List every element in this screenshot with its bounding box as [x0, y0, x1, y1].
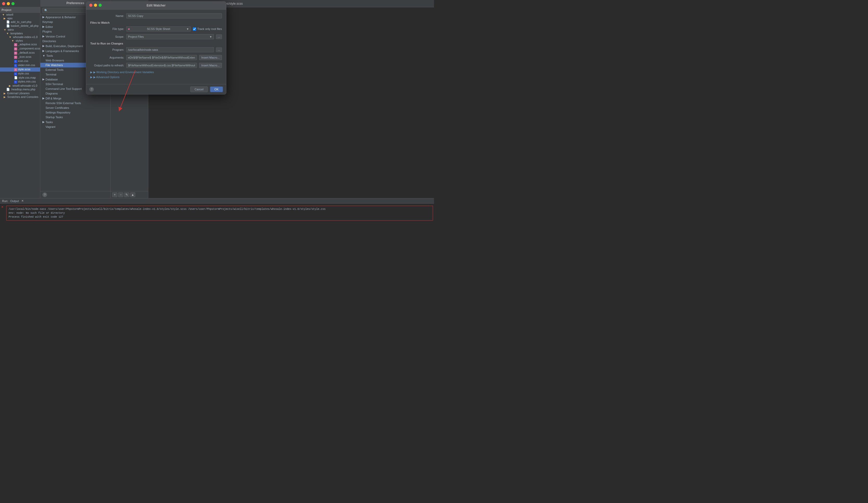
tree-item-icon-scss[interactable]: S _icon.scss — [0, 55, 40, 59]
prefs-item-server-certs[interactable]: Server Certificates — [40, 105, 110, 110]
tree-item-icon-css[interactable]: C icon.css — [0, 59, 40, 63]
expand-icon: ▶ — [42, 25, 44, 28]
track-only-root-checkbox[interactable] — [193, 27, 196, 31]
working-dir-section[interactable]: ▶ ▶ Working Directory and Environment Va… — [90, 71, 222, 74]
dialog-minimize-button[interactable] — [94, 4, 97, 7]
run-panel: Run: Output ✕ ✕ /usr/local/bin/node-sass… — [0, 198, 434, 252]
tree-item-default[interactable]: S _default.scss — [0, 51, 40, 55]
tree-item-style-scss[interactable]: S style.scss — [0, 68, 40, 72]
project-panel-header: Project — [0, 7, 40, 13]
scope-label: Scope: — [90, 35, 124, 38]
files-to-watch-section-title: Files to Watch — [90, 21, 222, 24]
cancel-button[interactable]: Cancel — [190, 87, 208, 92]
window-controls[interactable] — [2, 2, 14, 5]
scss-icon: S — [14, 47, 17, 51]
scss-icon: S — [14, 52, 17, 55]
tree-item-styles-min[interactable]: C styles.min.css — [0, 80, 40, 84]
close-output-button[interactable]: ✕ — [21, 199, 24, 203]
expand-icon: ▶ — [42, 44, 44, 48]
name-label: Name: — [90, 14, 124, 18]
output-line-2: env: node: No such file or directory — [9, 211, 431, 215]
ok-button[interactable]: OK — [210, 87, 223, 92]
move-up-button[interactable]: ▲ — [130, 192, 135, 197]
prefs-item-tasks[interactable]: ▶ Tasks — [40, 120, 110, 124]
tree-item-style-css[interactable]: C style.css — [0, 72, 40, 76]
output-tab[interactable]: Output — [10, 199, 19, 203]
output-insert-macro-button[interactable]: Insert Macro... — [199, 63, 222, 68]
edit-watcher-title: Edit Watcher — [147, 4, 166, 7]
expand-icon: ▼ — [42, 54, 45, 57]
file-type-label: File type: — [90, 27, 124, 30]
program-input[interactable] — [126, 47, 214, 52]
arguments-input[interactable] — [126, 55, 197, 60]
scope-dropdown-button[interactable]: ▼ — [209, 36, 212, 38]
file-type-dropdown[interactable]: ■ SCSS Style Sheet ▼ — [126, 26, 191, 31]
output-line-4: Process finished with exit code 127 — [9, 215, 431, 219]
file-type-dropdown-button[interactable]: ▼ — [186, 28, 189, 30]
advanced-options-section[interactable]: ▶ ▶ Advanced Options — [90, 76, 222, 79]
arguments-insert-macro-button[interactable]: Insert Macro... — [199, 55, 222, 60]
prefs-item-vagrant[interactable]: Vagrant — [40, 124, 110, 129]
program-label: Program: — [90, 48, 124, 51]
expand-icon: ▶ — [42, 97, 44, 100]
name-input[interactable] — [126, 13, 222, 19]
program-row: Program: ... — [90, 47, 222, 52]
folder-icon: ▶ — [4, 17, 6, 20]
error-icon: ✕ — [1, 205, 4, 209]
edit-watcher-button[interactable]: ✎ — [124, 192, 129, 197]
prefs-item-settings-repo[interactable]: Settings Repository — [40, 110, 110, 115]
folder-icon: ▼ — [9, 36, 11, 39]
css-icon: C — [14, 80, 17, 83]
tree-item-adaptive[interactable]: S _adaptive.scss — [0, 42, 40, 47]
project-label: Project — [2, 8, 11, 11]
output-paths-input[interactable] — [126, 63, 197, 68]
arguments-label: Arguments: — [90, 56, 124, 59]
remove-watcher-button[interactable]: − — [118, 192, 123, 197]
tree-item-wisell[interactable]: ▼ wisell — [0, 13, 40, 17]
tree-item-ext-libs[interactable]: ▶ External Libraries — [0, 91, 40, 95]
run-panel-body: ✕ /usr/local/bin/node-sass /Users/user/P… — [0, 204, 434, 251]
tree-item-bitrix[interactable]: ▼ bitrix — [0, 28, 40, 31]
expand-icon: ▶ — [42, 16, 44, 19]
preferences-help-button[interactable]: ? — [42, 192, 47, 197]
tree-item-add-cart[interactable]: 📄 add_to_cart.php — [0, 20, 40, 24]
track-only-root-label[interactable]: Track only root files — [193, 27, 222, 31]
expand-icon: ▶ — [90, 71, 92, 74]
name-row: Name: — [90, 13, 222, 19]
prefs-item-startup-tasks[interactable]: Startup Tasks — [40, 115, 110, 120]
dialog-window-controls[interactable] — [89, 4, 102, 7]
tree-item-templates[interactable]: ▼ templates — [0, 31, 40, 35]
tree-item-style-map[interactable]: 📄 style.css.map — [0, 76, 40, 80]
tree-item-whosale[interactable]: ▼ whosale-index-v1.0 — [0, 35, 40, 39]
prefs-item-remote-ssh[interactable]: Remote SSH External Tools — [40, 101, 110, 105]
run-output-area: /usr/local/bin/node-sass /Users/user/Php… — [5, 204, 434, 251]
file-type-row: File type: ■ SCSS Style Sheet ▼ Track on… — [90, 26, 222, 31]
tree-item-ajax[interactable]: ▶ ajax — [0, 17, 40, 20]
css-icon: C — [14, 60, 17, 63]
tree-item-wisell-whosale[interactable]: ▶ wisell-whosale-v1.0 — [0, 84, 40, 88]
dialog-action-buttons: Cancel OK — [190, 87, 223, 92]
scope-dropdown[interactable]: Project Files ▼ — [126, 34, 214, 39]
dialog-close-button[interactable] — [89, 4, 92, 7]
tree-item-headtop[interactable]: 📄 .headtop.menu.php — [0, 88, 40, 91]
add-watcher-button[interactable]: + — [112, 192, 117, 197]
folder-icon: ▶ — [4, 95, 6, 98]
tree-item-styles[interactable]: ▼ styles — [0, 39, 40, 42]
program-browse-button[interactable]: ... — [216, 47, 222, 52]
tree-item-component[interactable]: S _component.scss — [0, 47, 40, 51]
dialog-maximize-button[interactable] — [99, 4, 102, 7]
dialog-help-button[interactable]: ? — [89, 87, 94, 92]
scope-more-button[interactable]: ... — [216, 34, 222, 39]
tree-item-scratches[interactable]: ▶ Scratches and Consoles — [0, 95, 40, 99]
run-error-icon-area: ✕ — [0, 204, 5, 251]
maximize-button[interactable] — [11, 2, 14, 5]
scss-icon: S — [14, 43, 17, 46]
tree-item-basket[interactable]: 📄 basket_delete_all.php — [0, 24, 40, 28]
close-button[interactable] — [2, 2, 5, 5]
prefs-item-diff-merge[interactable]: ▶ Diff & Merge — [40, 96, 110, 101]
tree-item-slider[interactable]: C slider.min.css — [0, 63, 40, 68]
minimize-button[interactable] — [7, 2, 10, 5]
edit-watcher-footer: ? Cancel OK — [86, 84, 226, 94]
expand-icon: ▶ — [42, 34, 44, 38]
css-icon: C — [14, 64, 17, 67]
